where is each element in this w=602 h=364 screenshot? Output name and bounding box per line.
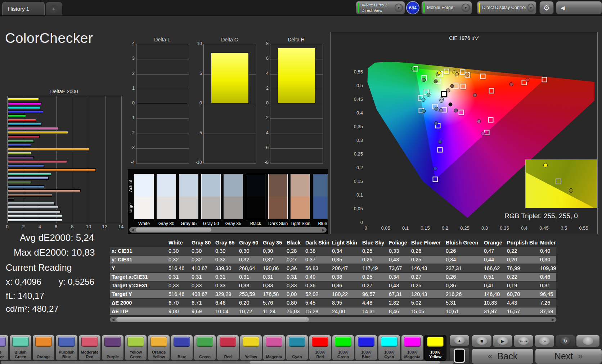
x-tick-label: 0 bbox=[357, 225, 375, 231]
source-selector[interactable]: Mobile Forge ▼ bbox=[421, 1, 472, 14]
next-button[interactable]: Next » bbox=[535, 349, 602, 364]
tab-history-1[interactable]: History 1 bbox=[2, 2, 45, 15]
bar-bluish-green bbox=[8, 173, 51, 176]
refresh-button[interactable]: ↻ bbox=[555, 335, 575, 347]
x-tick-label: 0,1 bbox=[396, 225, 414, 231]
column-header: Dark Skin bbox=[304, 239, 330, 246]
scroll-right-icon[interactable]: ▶ bbox=[321, 228, 326, 232]
deltae2000-plot bbox=[7, 96, 122, 223]
swatch-gray-50[interactable]: Gray 50 bbox=[201, 174, 221, 226]
swatch-scrollbar[interactable]: ◀ ▶ bbox=[129, 227, 327, 233]
cell-value: 0,32 bbox=[167, 256, 190, 264]
back-button[interactable]: « Back bbox=[472, 349, 534, 364]
patch-color-chip bbox=[312, 337, 328, 347]
loop-icon: ∞ bbox=[539, 337, 550, 345]
patch-button-bluish-green[interactable]: BluishGreen bbox=[9, 335, 32, 361]
actual-swatch bbox=[134, 174, 154, 197]
measured-point bbox=[411, 66, 415, 70]
patch-button-100-yellow[interactable]: 100%Yellow bbox=[424, 335, 446, 361]
swatch-gray-80[interactable]: Gray 80 bbox=[157, 174, 176, 226]
measured-point bbox=[446, 88, 450, 92]
inset-target-square bbox=[556, 179, 561, 184]
patch-button-blue-flower[interactable]: BlueFlower bbox=[0, 335, 9, 361]
patch-button-100-green[interactable]: 100%Green bbox=[332, 335, 354, 361]
range-icon: ⇤⇥ bbox=[518, 337, 529, 345]
table-scrollbar-thumb[interactable] bbox=[116, 317, 309, 322]
gridline bbox=[56, 96, 57, 223]
cell-value: 0,34 bbox=[387, 273, 409, 281]
table-scrollbar[interactable]: ◀ ▶ bbox=[110, 317, 556, 322]
stop-button[interactable]: ■ bbox=[472, 335, 492, 347]
cell-value: 0,30 bbox=[261, 247, 285, 255]
cell-value: 0,33 bbox=[285, 282, 304, 289]
swatch-black[interactable]: Black bbox=[246, 174, 265, 226]
swatch-blue[interactable]: Blue bbox=[313, 174, 328, 226]
target-square bbox=[432, 176, 438, 182]
swatch-light-skin[interactable]: Light Skin bbox=[291, 174, 310, 226]
cell-value: 4,48 bbox=[360, 299, 387, 307]
control-selector[interactable]: Direct Display Control ▼ bbox=[477, 1, 536, 14]
cie-1976-chart-panel: CIE 1976 u'v' 0,550,50,450,40,350,30,250… bbox=[330, 32, 598, 234]
patch-button-moderate-red[interactable]: ModerateRed bbox=[78, 335, 101, 361]
patch-button-orange[interactable]: Orange bbox=[32, 335, 55, 361]
play-button[interactable]: ▶ bbox=[493, 335, 513, 347]
swatch-gray-35[interactable]: Gray 35 bbox=[224, 174, 243, 226]
target-row-label: Target bbox=[128, 197, 134, 219]
patch-button-red[interactable]: Red bbox=[217, 335, 239, 361]
y-tick-label: 4 bbox=[256, 71, 269, 76]
patch-button-100-blue[interactable]: 100%Blue bbox=[355, 335, 377, 361]
blank-button-button[interactable] bbox=[576, 335, 600, 347]
swatch-dark-skin[interactable]: Dark Skin bbox=[268, 174, 288, 226]
collapse-panel-button[interactable]: ◀ bbox=[556, 1, 602, 14]
patch-button-100-magenta[interactable]: 100%Magenta bbox=[401, 335, 423, 361]
scroll-left-icon[interactable]: ◀ bbox=[130, 228, 135, 232]
current-reading-marker bbox=[441, 91, 447, 97]
patch-color-chip bbox=[58, 337, 75, 347]
settings-button[interactable]: ⚙ bbox=[539, 1, 554, 14]
cell-value: 0,00 bbox=[285, 290, 304, 298]
range-button[interactable]: ⇤⇥ bbox=[513, 335, 534, 347]
patch-color-chip bbox=[81, 337, 98, 347]
cell-value: 0,46 bbox=[538, 273, 556, 281]
patch-button-purple[interactable]: Purple bbox=[102, 335, 124, 361]
cell-value: 60,70 bbox=[505, 290, 538, 298]
bar-gray-50 bbox=[8, 206, 58, 209]
patch-button-green[interactable]: Green bbox=[194, 335, 216, 361]
measured-point bbox=[454, 109, 458, 113]
loop-button[interactable]: ∞ bbox=[534, 335, 554, 347]
target-square bbox=[489, 88, 494, 94]
patch-button-100-cyan[interactable]: 100%Cyan bbox=[378, 335, 400, 361]
patch-button-magenta[interactable]: Magenta bbox=[263, 335, 285, 361]
patch-button-100-red[interactable]: 100%Red bbox=[309, 335, 331, 361]
scroll-right-icon[interactable]: ▶ bbox=[551, 318, 556, 322]
y-tick-label: 0,1 bbox=[344, 192, 363, 198]
gridline bbox=[204, 104, 256, 104]
stop-icon: ■ bbox=[476, 337, 488, 345]
target-square bbox=[460, 84, 466, 89]
swatch-scrollbar-thumb[interactable] bbox=[136, 228, 211, 232]
gridline bbox=[204, 134, 256, 134]
scroll-left-icon[interactable]: ◀ bbox=[111, 318, 116, 322]
patch-button-orange-yellow[interactable]: OrangeYellow bbox=[148, 335, 170, 361]
patch-scrollbar-thumb[interactable] bbox=[250, 361, 440, 364]
patch-button-yellow[interactable]: Yellow bbox=[240, 335, 262, 361]
swatch-label: Gray 80 bbox=[157, 221, 176, 226]
patch-button-yellow-green[interactable]: YellowGreen bbox=[125, 335, 147, 361]
patch-button-purplish-blue[interactable]: PurplishBlue bbox=[55, 335, 78, 361]
meter-count-badge[interactable]: 684 bbox=[406, 1, 419, 14]
patch-button-blue[interactable]: Blue bbox=[171, 335, 193, 361]
patch-color-chip bbox=[358, 337, 374, 347]
add-tab-button[interactable]: + bbox=[46, 2, 62, 15]
swatch-white[interactable]: White bbox=[134, 174, 154, 226]
actual-swatch bbox=[246, 174, 265, 197]
swatch-gray-65[interactable]: Gray 65 bbox=[179, 174, 198, 226]
patch-button-label: Orange bbox=[33, 347, 54, 360]
cell-value: 0,36 bbox=[304, 282, 330, 289]
cell-value: 73,67 bbox=[387, 264, 409, 272]
bar-blue-flower bbox=[8, 177, 49, 180]
patch-row-scrollbar[interactable] bbox=[1, 361, 454, 364]
patch-button-cyan[interactable]: Cyan bbox=[286, 335, 308, 361]
pattern-up-button[interactable]: ▲ bbox=[449, 335, 470, 346]
meter-selector[interactable]: X-Rite i1Pro 3Direct View ▼ bbox=[356, 1, 405, 14]
cell-value: 37,69 bbox=[538, 307, 556, 315]
